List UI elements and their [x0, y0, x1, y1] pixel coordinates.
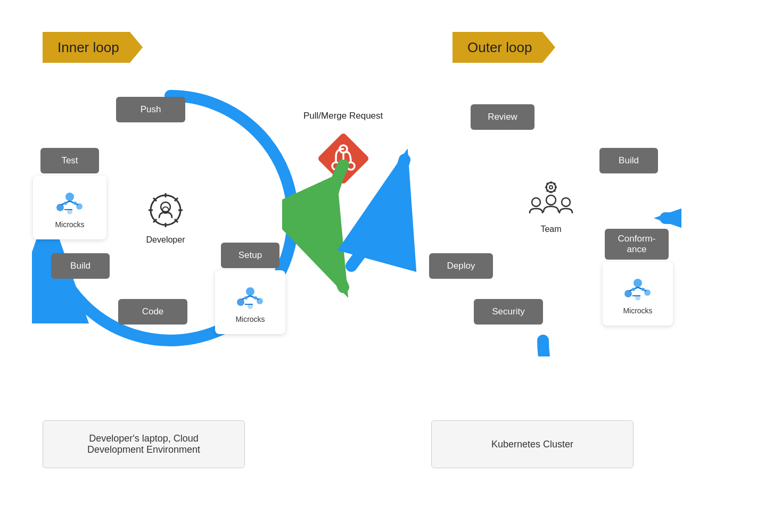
step-push: Push: [116, 97, 185, 122]
svg-point-17: [64, 202, 67, 205]
svg-point-19: [246, 287, 254, 296]
microcks-card-setup: Microcks: [215, 270, 285, 334]
svg-point-60: [562, 198, 570, 206]
svg-point-47: [641, 288, 645, 291]
svg-point-40: [624, 290, 632, 297]
developer-icon: Developer: [142, 186, 190, 245]
inner-env-box: Developer's laptop, Cloud Development En…: [43, 420, 245, 468]
microcks-icon-right: [622, 272, 654, 304]
svg-point-10: [65, 193, 74, 201]
step-deploy: Deploy: [429, 253, 493, 279]
step-conformance: Conform-ance: [605, 229, 669, 260]
step-security: Security: [474, 299, 543, 325]
svg-point-27: [254, 296, 257, 300]
outer-loop-label: Outer loop: [467, 39, 532, 56]
svg-point-39: [634, 279, 642, 287]
svg-point-57: [549, 186, 553, 189]
step-setup: Setup: [221, 243, 279, 268]
microcks-card-right: Microcks: [603, 262, 673, 326]
inner-loop-banner: Inner loop: [43, 32, 130, 63]
step-review: Review: [471, 104, 534, 130]
step-test: Test: [40, 148, 99, 173]
svg-point-20: [237, 298, 244, 306]
svg-point-58: [532, 198, 540, 206]
inner-loop-label: Inner loop: [57, 39, 119, 56]
svg-point-46: [632, 288, 635, 291]
svg-point-26: [244, 296, 248, 300]
svg-point-11: [56, 204, 64, 211]
team-icon: Team: [524, 181, 578, 234]
microcks-card-left: Microcks: [33, 176, 106, 239]
step-code: Code: [118, 299, 187, 325]
diagram-container: Inner loop Outer loop Pull/Merge Request: [0, 0, 765, 532]
svg-point-18: [73, 202, 77, 205]
developer-svg: [142, 186, 190, 234]
outer-env-box: Kubernetes Cluster: [431, 420, 634, 468]
svg-point-59: [546, 195, 556, 205]
outer-loop-banner: Outer loop: [453, 32, 542, 63]
team-svg: [524, 181, 578, 223]
step-build-inner: Build: [51, 253, 110, 279]
blue-connector: [335, 149, 421, 277]
pull-merge-label: Pull/Merge Request: [303, 111, 383, 121]
microcks-icon-left: [54, 186, 86, 218]
step-build-outer: Build: [599, 148, 658, 173]
microcks-icon-setup: [234, 281, 266, 313]
